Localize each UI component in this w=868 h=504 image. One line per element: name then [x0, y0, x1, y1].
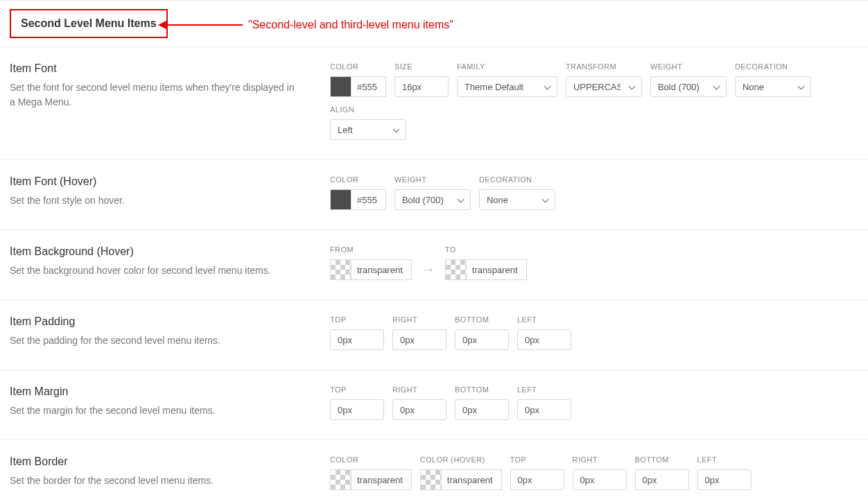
field-weight: WEIGHT Bold (700) — [650, 62, 727, 97]
color-picker-to[interactable]: transparent — [445, 259, 527, 280]
border-bottom-input[interactable] — [635, 469, 689, 490]
label-top: TOP — [330, 385, 384, 394]
padding-right-input[interactable] — [392, 329, 446, 350]
row-description-block: Item Font Set the font for second level … — [10, 62, 330, 140]
transparent-swatch-icon — [330, 469, 351, 490]
color-swatch-icon — [330, 189, 351, 210]
field-color: COLOR #555 — [330, 175, 386, 210]
margin-left-input[interactable] — [517, 399, 571, 420]
row-title: Item Font — [10, 62, 330, 75]
transparent-swatch-icon — [445, 259, 466, 280]
label-left: LEFT — [517, 315, 571, 324]
weight-select[interactable]: Bold (700) — [650, 76, 727, 97]
row-desc: Set the font style on hover. — [10, 193, 301, 208]
label-from: FROM — [330, 245, 412, 254]
border-top-input[interactable] — [510, 469, 564, 490]
color-value: transparent — [351, 259, 412, 280]
label-decoration: DECORATION — [735, 62, 811, 71]
field-border-color: COLOR transparent — [330, 455, 412, 490]
decoration-select[interactable]: None — [735, 76, 811, 97]
label-top: TOP — [510, 455, 564, 464]
color-value: #555 — [351, 189, 386, 210]
align-select[interactable]: Left — [330, 119, 406, 140]
row-desc: Set the padding for the second level men… — [10, 333, 301, 348]
label-right: RIGHT — [392, 315, 446, 324]
field-border-color-hover: COLOR (HOVER) transparent — [420, 455, 502, 490]
label-bottom: BOTTOM — [455, 315, 509, 324]
color-swatch-icon — [330, 76, 351, 97]
color-picker[interactable]: #555 — [330, 76, 386, 97]
color-value: transparent — [441, 469, 502, 490]
decoration-select[interactable]: None — [479, 189, 555, 210]
row-item-bg-hover: Item Background (Hover) Set the backgrou… — [0, 229, 868, 299]
label-top: TOP — [330, 315, 384, 324]
section-header: Second Level Menu Items "Second-level an… — [0, 0, 868, 46]
label-left: LEFT — [517, 385, 571, 394]
label-color: COLOR — [330, 455, 412, 464]
row-desc: Set the background hover color for secon… — [10, 263, 301, 278]
color-value: transparent — [351, 469, 412, 490]
border-left-input[interactable] — [697, 469, 752, 490]
annotation-text: "Second-level and third-level menu items… — [248, 19, 453, 31]
label-color: COLOR — [330, 62, 386, 71]
annotation: "Second-level and third-level menu items… — [159, 19, 453, 31]
transform-select[interactable]: UPPERCASE — [566, 76, 642, 97]
transparent-swatch-icon — [330, 259, 351, 280]
row-item-margin: Item Margin Set the margin for the secon… — [0, 370, 868, 440]
margin-top-input[interactable] — [330, 399, 384, 420]
label-size: SIZE — [394, 62, 449, 71]
family-select[interactable]: Theme Default — [457, 76, 557, 97]
field-to: TO transparent — [445, 245, 527, 280]
row-title: Item Border — [10, 455, 330, 468]
label-left: LEFT — [697, 455, 752, 464]
color-picker-hover[interactable]: transparent — [420, 469, 502, 490]
label-family: FAMILY — [457, 62, 557, 71]
transparent-swatch-icon — [420, 469, 441, 490]
row-desc: Set the font for second level menu items… — [10, 80, 301, 110]
color-picker-from[interactable]: transparent — [330, 259, 412, 280]
label-color-hover: COLOR (HOVER) — [420, 455, 502, 464]
field-weight: WEIGHT Bold (700) — [394, 175, 471, 210]
row-item-padding: Item Padding Set the padding for the sec… — [0, 299, 868, 370]
field-decoration: DECORATION None — [479, 175, 555, 210]
margin-right-input[interactable] — [392, 399, 446, 420]
label-decoration: DECORATION — [479, 175, 555, 184]
settings-panel: Second Level Menu Items "Second-level an… — [0, 0, 868, 504]
label-to: TO — [445, 245, 527, 254]
field-color: COLOR #555 — [330, 62, 386, 97]
field-transform: TRANSFORM UPPERCASE — [566, 62, 642, 97]
row-title: Item Padding — [10, 315, 330, 328]
color-picker[interactable]: transparent — [330, 469, 412, 490]
size-input[interactable] — [394, 76, 449, 97]
row-item-border: Item Border Set the border for the secon… — [0, 440, 868, 504]
row-item-font: Item Font Set the font for second level … — [0, 46, 868, 159]
field-align: ALIGN Left — [330, 105, 406, 140]
weight-select[interactable]: Bold (700) — [394, 189, 471, 210]
label-right: RIGHT — [573, 455, 627, 464]
label-color: COLOR — [330, 175, 386, 184]
row-title: Item Font (Hover) — [10, 175, 330, 188]
row-desc: Set the border for the second level menu… — [10, 473, 301, 488]
label-weight: WEIGHT — [650, 62, 727, 71]
field-from: FROM transparent — [330, 245, 412, 280]
row-desc: Set the margin for the second level menu… — [10, 403, 301, 418]
arrow-left-icon — [159, 20, 243, 30]
label-bottom: BOTTOM — [455, 385, 509, 394]
row-title: Item Background (Hover) — [10, 245, 330, 258]
label-transform: TRANSFORM — [566, 62, 642, 71]
label-weight: WEIGHT — [394, 175, 471, 184]
padding-left-input[interactable] — [517, 329, 571, 350]
label-align: ALIGN — [330, 105, 406, 114]
row-item-font-hover: Item Font (Hover) Set the font style on … — [0, 159, 868, 229]
padding-bottom-input[interactable] — [455, 329, 509, 350]
field-decoration: DECORATION None — [735, 62, 811, 97]
section-title: Second Level Menu Items — [10, 9, 168, 38]
color-value: transparent — [466, 259, 527, 280]
arrow-right-icon: → — [420, 259, 437, 280]
color-picker[interactable]: #555 — [330, 189, 386, 210]
margin-bottom-input[interactable] — [455, 399, 509, 420]
label-bottom: BOTTOM — [635, 455, 689, 464]
field-family: FAMILY Theme Default — [457, 62, 557, 97]
border-right-input[interactable] — [573, 469, 627, 490]
padding-top-input[interactable] — [330, 329, 384, 350]
